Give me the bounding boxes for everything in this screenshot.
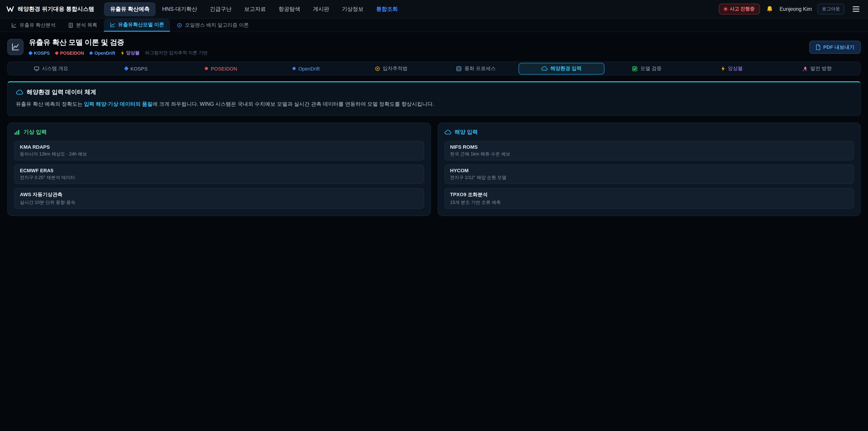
list-item: KMA RDAPS 동아시아 12km 해상도 · 24h 예보 — [14, 141, 424, 160]
dataset-desc: 동아시아 12km 해상도 · 24h 예보 — [20, 151, 418, 157]
pill-system-overview[interactable]: 시스템 개요 — [8, 63, 94, 74]
dataset-name: KMA RDAPS — [20, 144, 418, 150]
menu-icon[interactable] — [850, 4, 862, 14]
top-navbar: 해양환경 위기대응 통합시스템 유출유 확산예측 HNS·대기확산 긴급구난 보… — [0, 0, 868, 19]
section-title: 해양환경 입력 데이터 체계 — [27, 88, 96, 96]
topnav-right-cluster: 사고 진행중 Eunjeong Kim 로그아웃 — [719, 4, 862, 14]
incident-label: 사고 진행중 — [730, 6, 755, 12]
diamond-icon — [124, 66, 128, 71]
app-logo[interactable]: 해양환경 위기대응 통합시스템 — [6, 5, 94, 13]
list-item: TPXO9 조화분석 15개 분조 기반 조류 예측 — [444, 188, 854, 209]
incident-status-badge[interactable]: 사고 진행중 — [719, 4, 760, 14]
badge-kosps: KOSPS — [29, 51, 50, 55]
dataset-name: TPXO9 조화분석 — [450, 191, 848, 198]
red-dot-icon — [205, 67, 208, 70]
badge-ensemble: 앙상블 — [121, 50, 140, 56]
app-title: 해양환경 위기대응 통합시스템 — [18, 5, 94, 13]
pill-model-validation[interactable]: 모델 검증 — [604, 63, 689, 74]
nav-item-hns-atmos[interactable]: HNS·대기확산 — [156, 2, 203, 16]
ocean-card-title: 해양 입력 — [444, 128, 854, 136]
particle-icon — [375, 66, 380, 71]
pill-poseidon[interactable]: POSEIDON — [179, 63, 264, 74]
main-nav: 유출유 확산예측 HNS·대기확산 긴급구난 보고자료 항공탐색 게시판 기상정… — [104, 2, 404, 16]
diamond-icon — [28, 51, 33, 55]
nav-item-reports[interactable]: 보고자료 — [238, 2, 272, 16]
tab-model-theory[interactable]: 유출유확산모델 이론 — [104, 19, 170, 32]
section-title-row: 해양환경 입력 데이터 체계 — [16, 88, 852, 96]
list-icon — [68, 22, 73, 28]
theory-note: 라그랑지안 입자추적 이론 기반 — [145, 50, 208, 56]
list-item: ECMWF ERA5 전지구 0.25° 재분석 데이터 — [14, 164, 424, 184]
input-data-cards: 기상 입력 KMA RDAPS 동아시아 12km 해상도 · 24h 예보 E… — [7, 123, 861, 216]
dataset-name: ECMWF ERA5 — [20, 168, 418, 173]
model-badge-row: KOSPS POSEIDON OpenDrift 앙상블 라그랑지안 입자추적 … — [29, 50, 208, 56]
user-name: Eunjeong Kim — [780, 6, 812, 12]
pill-ensemble[interactable]: 앙상블 — [689, 63, 774, 74]
cloud-icon — [541, 66, 548, 71]
dataset-desc: 15개 분조 기반 조류 예측 — [450, 199, 848, 206]
scatter-chart-icon — [11, 22, 17, 28]
tab-analysis-list[interactable]: 분석 목록 — [62, 19, 103, 32]
nav-item-integrated-search[interactable]: 통합조회 — [370, 2, 404, 16]
line-chart-icon — [110, 22, 115, 27]
dataset-name: HYCOM — [450, 168, 848, 173]
logout-button[interactable]: 로그아웃 — [817, 4, 844, 14]
pill-future-direction[interactable]: 발전 방향 — [774, 63, 860, 74]
page-chart-icon — [7, 39, 24, 55]
weather-input-card: 기상 입력 KMA RDAPS 동아시아 12km 해상도 · 24h 예보 E… — [7, 123, 431, 216]
title-block: 유출유 확산 모델 이론 및 검증 KOSPS POSEIDON OpenDri… — [29, 38, 208, 56]
dataset-name: NIFS ROMS — [450, 144, 848, 150]
cloud-icon — [444, 130, 451, 135]
cloud-icon — [16, 90, 23, 95]
wing-logo-icon — [6, 6, 14, 12]
list-item: HYCOM 전지구 1/12° 해양 순환 모델 — [444, 164, 854, 184]
badge-poseidon: POSEIDON — [55, 51, 84, 55]
dataset-desc: 전지구 0.25° 재분석 데이터 — [20, 175, 418, 181]
tab-oil-fence-theory[interactable]: 오일펜스 배치 알고리즘 이론 — [171, 19, 254, 32]
bolt-icon — [121, 51, 124, 55]
pill-kosps[interactable]: KOSPS — [94, 63, 179, 74]
nav-item-oil-spill-forecast[interactable]: 유출유 확산예측 — [104, 2, 156, 16]
pill-weathering-process[interactable]: 풍화 프로세스 — [434, 63, 519, 74]
pill-opendrift[interactable]: OpenDrift — [264, 63, 348, 74]
pdf-export-button[interactable]: PDF 내보내기 — [809, 40, 861, 54]
nav-item-rescue[interactable]: 긴급구난 — [204, 2, 237, 16]
blue-dot-icon — [292, 67, 296, 70]
dataset-name: AWS 자동기상관측 — [20, 191, 418, 198]
bar-chart-icon — [14, 129, 20, 135]
red-dot-icon — [55, 51, 58, 55]
weathering-icon — [456, 66, 462, 71]
page: 해양환경 위기대응 통합시스템 유출유 확산예측 HNS·대기확산 긴급구난 보… — [0, 0, 868, 431]
dataset-desc: 한국 근해 1km 해류·수온 예보 — [450, 151, 848, 157]
dataset-desc: 전지구 1/12° 해양 순환 모델 — [450, 175, 848, 181]
list-item: AWS 자동기상관측 실시간 10분 단위 풍향·풍속 — [14, 188, 424, 209]
pill-ocean-env-input[interactable]: 해양환경 입력 — [519, 63, 604, 74]
incident-dot-icon — [724, 8, 727, 10]
ocean-env-input-section: 해양환경 입력 데이터 체계 유출유 확산 예측의 정확도는 입력 해양·기상 … — [7, 81, 861, 116]
monitor-icon — [34, 66, 39, 71]
highlight-text: 입력 해양·기상 데이터의 품질 — [84, 101, 153, 107]
nav-item-air-search[interactable]: 항공탐색 — [273, 2, 306, 16]
pdf-doc-icon — [815, 44, 820, 50]
rocket-icon — [802, 66, 808, 71]
nav-item-weather-info[interactable]: 기상정보 — [336, 2, 369, 16]
sub-tabbar: 유출유 확산분석 분석 목록 유출유확산모델 이론 오일펜스 배치 알고리즘 이… — [0, 19, 868, 32]
section-pill-nav: 시스템 개요 KOSPS POSEIDON OpenDrift 입자추적법 풍화… — [7, 61, 861, 75]
nav-item-board[interactable]: 게시판 — [307, 2, 335, 16]
section-description: 유출유 확산 예측의 정확도는 입력 해양·기상 데이터의 품질에 크게 좌우됩… — [16, 100, 852, 109]
weather-card-title: 기상 입력 — [14, 128, 424, 136]
page-title: 유출유 확산 모델 이론 및 검증 — [29, 38, 208, 48]
badge-opendrift: OpenDrift — [90, 51, 115, 55]
blue-dot-icon — [90, 51, 93, 55]
notification-bell-icon[interactable] — [766, 4, 774, 13]
pill-particle-tracking[interactable]: 입자추적법 — [348, 63, 434, 74]
bolt-icon — [721, 66, 725, 71]
tab-spill-analysis[interactable]: 유출유 확산분석 — [5, 19, 61, 32]
dataset-desc: 실시간 10분 단위 풍향·풍속 — [20, 199, 418, 206]
circle-icon — [177, 22, 182, 28]
check-icon — [632, 66, 638, 71]
page-header: 유출유 확산 모델 이론 및 검증 KOSPS POSEIDON OpenDri… — [0, 32, 868, 60]
ocean-input-card: 해양 입력 NIFS ROMS 한국 근해 1km 해류·수온 예보 HYCOM… — [437, 123, 861, 216]
list-item: NIFS ROMS 한국 근해 1km 해류·수온 예보 — [444, 141, 854, 160]
